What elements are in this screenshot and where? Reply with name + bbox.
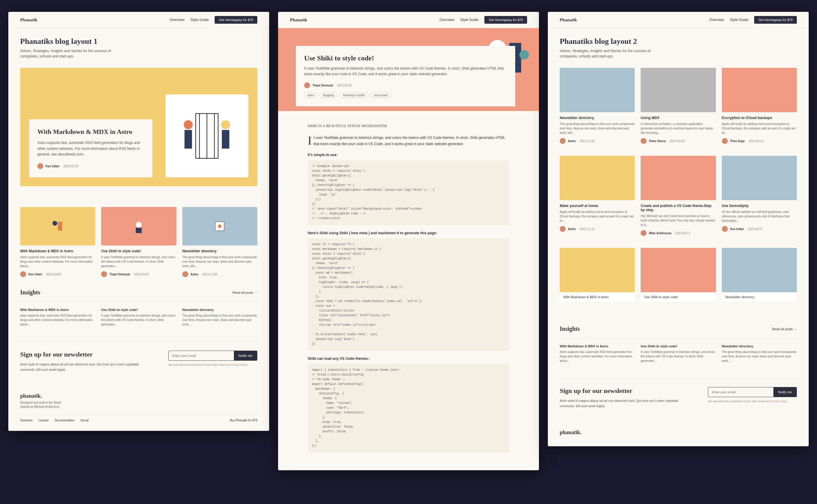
card-image xyxy=(560,68,635,112)
simple-card[interactable]: With Markdown & MDX in Astro xyxy=(560,248,635,302)
hero-card[interactable]: With Markdown & MDX in Astro Astro suppo… xyxy=(29,119,152,177)
logo[interactable]: Phanatik xyxy=(290,17,307,23)
simple-card[interactable]: Use Shiki to style code! xyxy=(641,248,716,302)
avatar-icon xyxy=(182,271,188,277)
notify-button[interactable]: Notify me xyxy=(773,387,797,397)
card-image xyxy=(722,248,797,292)
article-desc: It uses TextMate grammar to tokenize str… xyxy=(304,66,507,77)
newsletter-desc: Anim aute id magna aliqua ad ad non dese… xyxy=(20,362,150,372)
newsletter-title: Sign up for our newsletter xyxy=(20,351,150,358)
newsletter-desc: Anim aute id magna aliqua ad ad non dese… xyxy=(560,398,690,409)
page-layout-2: Phanatik Overview Style Guide Get Heming… xyxy=(548,12,809,446)
hero-illustration xyxy=(165,94,249,177)
article-title: Use Shiki to style code! xyxy=(304,54,507,62)
svg-rect-11 xyxy=(136,228,142,233)
nav-overview[interactable]: Overview xyxy=(439,18,454,22)
svg-point-10 xyxy=(136,222,142,228)
footer-nav: Overview License Documentation Social Bu… xyxy=(20,414,257,422)
svg-point-13 xyxy=(218,224,222,228)
card-image xyxy=(641,68,716,112)
avatar-icon xyxy=(304,82,310,88)
page-article: Phanatik Overview Style Guide Get Heming… xyxy=(278,12,539,470)
page-subtitle: Advice, Strategies, Insights and Stories… xyxy=(560,48,667,59)
card-image xyxy=(641,156,716,200)
tag[interactable]: successes xyxy=(371,92,391,98)
code-block-2: const fs = require('fs') const markdown … xyxy=(308,238,509,351)
read-all-link[interactable]: Read all posts → xyxy=(772,327,797,331)
nav-styleguide[interactable]: Style Guide xyxy=(190,18,209,22)
fnav-social[interactable]: Social xyxy=(80,419,88,422)
fnav-buy[interactable]: Buy Phanatik for $79 xyxy=(230,419,257,422)
gcard[interactable]: Create and publish a VS Code theme.Step … xyxy=(641,156,716,236)
divider xyxy=(20,302,257,302)
read-all-link[interactable]: Read all posts → xyxy=(233,291,257,294)
footer-meta2: Islands by Michael Andreuzza. xyxy=(20,405,257,408)
grid-row-2: Make yourself at homeApple will finally … xyxy=(560,156,797,236)
card-image xyxy=(641,248,716,292)
card-image xyxy=(722,68,797,112)
card-1[interactable]: With Markdown & MDX in Astro Astro suppo… xyxy=(20,207,95,277)
nav-styleguide[interactable]: Style Guide xyxy=(730,18,748,22)
fnav-docs[interactable]: Documentation xyxy=(55,419,74,422)
tag[interactable]: learning in public xyxy=(340,92,369,98)
avatar-icon xyxy=(641,230,647,236)
tag[interactable]: blogging xyxy=(320,92,337,98)
fnav-overview[interactable]: Overview xyxy=(20,419,33,422)
author-date: · 2023.03.03 xyxy=(62,165,78,168)
gcard[interactable]: Use SerendipityOn the official website y… xyxy=(722,156,797,236)
insight-2[interactable]: Use Shiki to style code!It uses TextMate… xyxy=(641,344,716,363)
avatar-icon xyxy=(20,271,26,277)
email-input[interactable] xyxy=(169,351,234,360)
insight-3[interactable]: Newsletter directory.The great thing abo… xyxy=(722,344,797,363)
insight-2[interactable]: Use Shiki to style code!It uses TextMate… xyxy=(101,308,176,327)
gcard[interactable]: Newsletter directory.The great thing abo… xyxy=(560,68,635,144)
email-input[interactable] xyxy=(708,387,773,397)
gcard[interactable]: Using MDXIn interactive animation, a com… xyxy=(641,68,716,144)
logo[interactable]: Phanatik xyxy=(20,17,37,23)
insights-header: Insights Read all posts → xyxy=(20,289,257,296)
article-body: SHIKI IS A BEAUTIFUL SYNTAX HIGHLIGHTER.… xyxy=(278,111,539,470)
nav-overview[interactable]: Overview xyxy=(169,18,184,22)
card-2[interactable]: Use Shiki to style code! It uses TextMat… xyxy=(101,207,176,277)
privacy-text: We care about the protection of your dat… xyxy=(708,399,797,403)
nav-overview[interactable]: Overview xyxy=(709,18,724,22)
subhead-2: Here's Shiki using Shiki ( how meta ) an… xyxy=(308,231,509,235)
card-3[interactable]: Newsletter directory. The great thing ab… xyxy=(182,207,257,277)
simple-card[interactable]: Newsletter directory. xyxy=(722,248,797,302)
footer-logo: phanatik. xyxy=(20,393,257,399)
insights-header: Insights Read all posts → xyxy=(560,325,797,332)
grid-row-1: Newsletter directory.The great thing abo… xyxy=(560,68,797,144)
cta-button[interactable]: Get Hemingway for $79 xyxy=(484,16,527,24)
svg-rect-7 xyxy=(222,130,229,149)
newsletter-block: Sign up for our newsletter Anim aute id … xyxy=(20,341,257,384)
newsletter-block: Sign up for our newsletter Anim aute id … xyxy=(560,378,797,420)
notify-button[interactable]: Notify me xyxy=(234,351,257,360)
logo[interactable]: Phanatik xyxy=(560,17,577,23)
gcard[interactable]: Encryption to iCloud backupsApple will f… xyxy=(722,68,797,144)
article-quote: SHIKI IS A BEAUTIFUL SYNTAX HIGHLIGHTER. xyxy=(308,123,509,129)
hero-title: With Markdown & MDX in Astro xyxy=(37,128,144,136)
nav-styleguide[interactable]: Style Guide xyxy=(460,18,478,22)
gcard[interactable]: Make yourself at homeApple will finally … xyxy=(560,156,635,236)
tag[interactable]: astro xyxy=(304,92,317,98)
insight-1[interactable]: With Markdown & MDX in AstroAstro suppor… xyxy=(20,308,95,327)
card-image xyxy=(20,207,95,245)
card-desc: It uses TextMate grammar to tokenize str… xyxy=(101,255,176,268)
privacy-link[interactable]: Privacy Policy. xyxy=(231,363,248,366)
card-row: With Markdown & MDX in Astro Astro suppo… xyxy=(20,207,257,277)
privacy-link[interactable]: Privacy Policy. xyxy=(770,400,787,403)
card-image xyxy=(722,156,797,200)
svg-rect-5 xyxy=(184,130,192,149)
footer-logo: phanatik. xyxy=(560,429,797,436)
insight-1[interactable]: With Markdown & MDX in AstroAstro suppor… xyxy=(560,344,635,363)
article-card: Use Shiki to style code! It uses TextMat… xyxy=(296,46,515,106)
page-layout-1: Phanatik Overview Style Guide Get Heming… xyxy=(8,12,269,431)
fnav-license[interactable]: License xyxy=(39,419,49,422)
article-hero: Use Shiki to style code! It uses TextMat… xyxy=(278,28,539,111)
page-title: Phanatiks blog layout 2 xyxy=(560,37,797,46)
hero-author: Kev Infart · 2023.03.03 xyxy=(37,163,144,169)
cta-button[interactable]: Get Hemingway for $79 xyxy=(215,16,257,24)
subhead-3: Shiki can load any VS Code themes.: xyxy=(308,357,509,361)
cta-button[interactable]: Get Hemingway for $79 xyxy=(754,16,797,24)
insight-3[interactable]: Newsletter directory.The great thing abo… xyxy=(182,308,257,327)
